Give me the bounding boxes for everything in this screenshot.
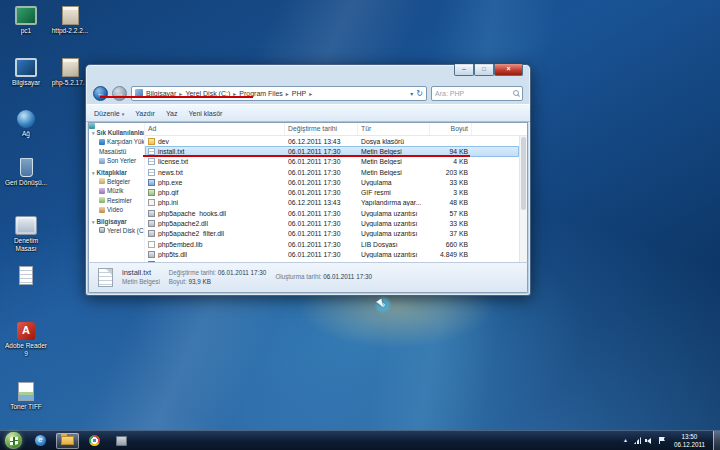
file-date: 06.01.2011 17:30 — [285, 230, 358, 237]
taskbar-app-button[interactable] — [29, 433, 52, 449]
sidebar-item[interactable]: Belgeler — [92, 177, 144, 187]
taskbar: 13:50 06.12.2011 — [0, 430, 720, 450]
tray-icon[interactable] — [633, 436, 642, 445]
desktop-icon-image — [15, 58, 37, 77]
app-icon — [61, 436, 74, 445]
file-size: 660 KB — [430, 241, 472, 248]
command-bar-button[interactable]: Yaz — [166, 110, 178, 117]
sidebar-group-label: Kitaplıklar — [97, 169, 127, 176]
file-type: Uygulama uzantısı — [358, 251, 430, 258]
scrollbar-thumb[interactable] — [521, 137, 526, 210]
file-row[interactable]: php5apache2.dll 06.01.2011 17:30 Uygulam… — [145, 218, 519, 228]
titlebar[interactable] — [86, 65, 530, 82]
sidebar-item[interactable]: Müzik — [92, 186, 144, 196]
desktop-icon[interactable]: Toner TIFF — [4, 382, 48, 411]
command-bar-button[interactable]: Yeni klasör — [188, 110, 222, 117]
command-bar-button[interactable]: Düzenle — [94, 110, 124, 117]
tray-icon[interactable] — [657, 436, 666, 445]
file-row[interactable]: php.ini 06.12.2011 13:43 Yapılandırma ay… — [145, 198, 519, 208]
file-name: php5apache2.dll — [158, 220, 208, 227]
sidebar-group-libraries[interactable]: Kitaplıklar — [92, 169, 144, 176]
taskbar-app-button[interactable] — [83, 433, 106, 449]
command-bar-button[interactable]: Yazdır — [135, 110, 155, 117]
sidebar-item[interactable]: Masaüstü — [92, 147, 144, 157]
file-type: Uygulama uzantısı — [358, 230, 430, 237]
column-header-name[interactable]: Ad — [145, 123, 285, 135]
file-row[interactable]: news.txt 06.01.2011 17:30 Metin Belgesi … — [145, 167, 519, 177]
search-input[interactable] — [435, 90, 513, 97]
tray-icon[interactable] — [621, 436, 630, 445]
mouse-cursor — [374, 296, 392, 314]
minimize-button[interactable] — [454, 64, 474, 76]
file-date: 06.01.2011 17:30 — [285, 220, 358, 227]
file-icon — [148, 251, 155, 258]
file-icon — [148, 230, 155, 237]
desktop-icon-image — [20, 158, 33, 177]
breadcrumb-segment[interactable]: PHP — [292, 90, 315, 97]
taskbar-app-button[interactable] — [110, 433, 133, 449]
file-row[interactable]: license.txt 06.01.2011 17:30 Metin Belge… — [145, 157, 519, 167]
back-button[interactable] — [93, 86, 108, 101]
file-row[interactable]: php.gif 06.01.2011 17:30 GIF resmi 3 KB — [145, 187, 519, 197]
file-row[interactable]: php5embed.lib 06.01.2011 17:30 LIB Dosya… — [145, 239, 519, 249]
column-header-type[interactable]: Tür — [358, 123, 430, 135]
show-desktop-button[interactable] — [713, 431, 720, 450]
file-row[interactable]: php5ts.dll 06.01.2011 17:30 Uygulama uza… — [145, 249, 519, 259]
desktop-icon-image — [17, 110, 35, 128]
breadcrumb-segment-label: PHP — [292, 90, 306, 97]
clock-date: 06.12.2011 — [674, 441, 705, 449]
chevron-right-icon — [309, 90, 312, 97]
details-pane: install.txt Metin Belgesi Değiştirme tar… — [88, 262, 528, 293]
sidebar-group-favorites[interactable]: Sık Kullanılanlar — [92, 129, 144, 136]
address-bar[interactable]: Bilgisayar Yerel Disk (C:) Program Files — [131, 86, 427, 101]
file-icon — [148, 241, 155, 248]
file-icon — [148, 220, 155, 227]
file-row[interactable]: php5apache2_filter.dll 06.01.2011 17:30 … — [145, 229, 519, 239]
maximize-button[interactable] — [474, 64, 494, 76]
sidebar-item[interactable]: Video — [92, 205, 144, 215]
file-row[interactable]: dev 06.12.2011 13:43 Dosya klasörü — [145, 136, 519, 146]
desktop-icon-image — [15, 216, 37, 235]
column-header-size[interactable]: Boyut — [430, 123, 472, 135]
desktop-icon[interactable]: pc1 — [4, 6, 48, 35]
desktop-icon[interactable]: Geri Dönüşü... — [4, 158, 48, 187]
sidebar-group-computer[interactable]: Bilgisayar — [92, 218, 144, 225]
taskbar-clock[interactable]: 13:50 06.12.2011 — [668, 433, 711, 449]
file-type: Uygulama uzantısı — [358, 220, 430, 227]
sidebar-item[interactable]: Son Yerler — [92, 156, 144, 166]
vertical-scrollbar[interactable] — [519, 136, 527, 262]
file-date: 06.12.2011 13:43 — [285, 199, 358, 206]
column-header-date[interactable]: Değiştirme tarihi — [285, 123, 358, 135]
sidebar-item-icon — [99, 139, 105, 145]
desktop-icon[interactable]: Bilgisayar — [4, 58, 48, 87]
desktop-icon[interactable] — [4, 266, 48, 295]
desktop-icon[interactable]: Denetim Masası — [4, 216, 48, 252]
desktop-icon[interactable]: httpd-2.2.2... — [48, 6, 92, 35]
desktop-icon-label — [4, 287, 48, 295]
start-button[interactable] — [5, 432, 22, 449]
file-icon — [148, 169, 155, 176]
sidebar-item[interactable]: Karşıdan Yüklem... — [92, 137, 144, 147]
sidebar-item[interactable]: Yerel Disk (C:) — [92, 226, 144, 236]
desktop-icon[interactable]: Adobe Reader 9 — [4, 322, 48, 357]
refresh-icon[interactable] — [416, 89, 423, 98]
annotation-underline-install — [143, 155, 470, 157]
file-date: 06.01.2011 17:30 — [285, 169, 358, 176]
file-row[interactable]: php5apache_hooks.dll 06.01.2011 17:30 Uy… — [145, 208, 519, 218]
forward-button[interactable] — [112, 86, 127, 101]
sidebar-item-label: Video — [107, 205, 123, 215]
file-type: LIB Dosyası — [358, 241, 430, 248]
details-created-value: 06.01.2011 17:30 — [323, 273, 372, 280]
file-type: Dosya klasörü — [358, 138, 430, 145]
taskbar-app-button[interactable] — [56, 433, 79, 449]
desktop-icon-image — [62, 58, 79, 77]
address-dropdown-icon[interactable] — [410, 90, 413, 97]
file-type: Metin Belgesi — [358, 158, 430, 165]
sidebar-item[interactable]: Resimler — [92, 196, 144, 206]
desktop-icon[interactable]: Ağ — [4, 110, 48, 138]
file-row[interactable]: php.exe 06.01.2011 17:30 Uygulama 33 KB — [145, 177, 519, 187]
tray-icon[interactable] — [645, 436, 654, 445]
close-button[interactable] — [494, 64, 523, 76]
file-name: php5ts.dll — [158, 251, 187, 258]
file-icon — [148, 199, 155, 206]
